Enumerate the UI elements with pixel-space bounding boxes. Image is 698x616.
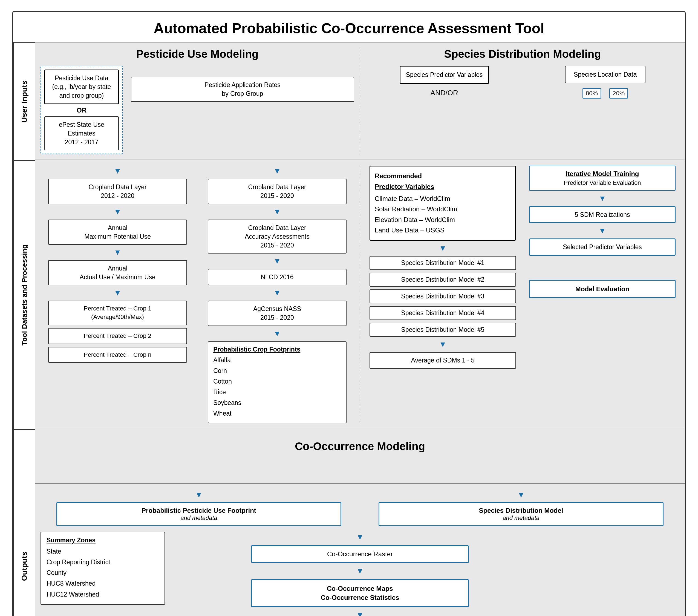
sdm-out-title: Species Distribution Model <box>384 507 658 515</box>
annual-actual-box: Annual Actual Use / Maximum Use <box>48 260 187 285</box>
cooc-side-empty <box>13 429 35 484</box>
pesticide-use-dashed: Pesticide Use Data (e.g., lb/year by sta… <box>41 66 123 154</box>
climate-data: Climate Data – WorldClim <box>375 194 511 204</box>
agcensus-box: AgCensus NASS 2015 - 2020 <box>208 300 347 326</box>
cooc-raster-box: Co-Occurrence Raster <box>251 545 469 563</box>
arrow-to-cooc-maps: ▼ <box>356 567 364 575</box>
pct-crop2-box: Percent Treated – Crop 2 <box>48 328 187 344</box>
pesticide-processing: ▼ Cropland Data Layer 2012 - 2020 ▼ Annu… <box>41 166 360 423</box>
pct-20-badge: 20% <box>609 88 628 99</box>
pct-80-badge: 80% <box>583 88 601 99</box>
species-inputs-row: Species Predictor Variables AND/OR Speci… <box>366 66 679 99</box>
solar-radiation: Solar Radiation – WorldClim <box>375 204 511 214</box>
annual-max-box: Annual Maximum Potential Use <box>48 220 187 245</box>
pesticide-inputs-row: Pesticide Use Data (e.g., lb/year by sta… <box>41 66 354 154</box>
arrow6: ▼ <box>274 289 281 297</box>
predictor-eval: Predictor Variable Evaluation <box>534 179 670 186</box>
cooc-header: Co-Occurrence Modeling <box>41 435 679 455</box>
model-evaluation-box: Model Evaluation <box>529 280 675 298</box>
outputs-label: Outputs <box>13 484 35 616</box>
cropland-2012-2020-box: Cropland Data Layer 2012 - 2020 <box>48 179 187 204</box>
rec-pred-title: Recommended Predictor Variables <box>375 171 511 192</box>
and-or-label: AND/OR <box>431 89 458 97</box>
pesticide-app-rates-box: Pesticide Application Rates by Crop Grou… <box>131 76 354 102</box>
tool-datasets-two-col: ▼ Cropland Data Layer 2012 - 2020 ▼ Annu… <box>41 166 679 423</box>
arrow-to-cooc-raster: ▼ <box>356 533 364 541</box>
summary-zones-title: Summary Zones <box>46 536 159 544</box>
elevation: Elevation Data – WorldClim <box>375 215 511 225</box>
average-sdms-box: Average of SDMs 1 - 5 <box>369 352 516 368</box>
pesticide-header: Pesticide Use Modeling <box>41 48 354 60</box>
arrow-top-right: ▼ <box>274 167 281 175</box>
tool-datasets-section: Tool Datasets and Processing ▼ Cropland … <box>13 160 685 429</box>
outputs-content: ▼ Probabilistic Pesticide Use Footprint … <box>35 484 685 616</box>
outputs-section: Outputs ▼ Probabilistic Pesticide Use Fo… <box>13 484 685 616</box>
species-location-box: Species Location Data <box>565 66 645 83</box>
ppuf-meta: and metadata <box>62 515 336 521</box>
cooc-section: Co-Occurrence Modeling <box>13 429 685 484</box>
sdm-out-meta: and metadata <box>384 515 658 521</box>
pct-crop1-box: Percent Treated – Crop 1 (Average/90th/M… <box>48 300 187 325</box>
species-processing: Recommended Predictor Variables Climate … <box>360 166 679 369</box>
tool-datasets-content: ▼ Cropland Data Layer 2012 - 2020 ▼ Annu… <box>35 160 685 429</box>
ppuf-title: Probabilistic Pesticide Use Footprint <box>62 507 336 515</box>
main-title: Automated Probabilistic Co-Occurrence As… <box>13 12 685 42</box>
selected-predictor-box: Selected Predictor Variables <box>529 238 675 255</box>
summary-zones-list: StateCrop Reporting DistrictCountyHUC8 W… <box>46 546 159 600</box>
pesticide-user-inputs: Pesticide Use Modeling Pesticide Use Dat… <box>41 48 360 154</box>
arrow-to-sdms: ▼ <box>439 244 447 252</box>
cropland-2015-2020-box: Cropland Data Layer 2015 - 2020 <box>208 179 347 204</box>
land-use: Land Use Data – USGS <box>375 225 511 236</box>
percent-treated-list: Percent Treated – Crop 1 (Average/90th/M… <box>48 300 187 363</box>
cooc-maps-box: Co-Occurrence Maps Co-Occurrence Statist… <box>251 579 469 607</box>
arrow-to-sdm-out: ▼ <box>517 491 525 499</box>
or-label: OR <box>44 107 119 114</box>
sdm-realizations-box: 5 SDM Realizations <box>529 206 675 223</box>
user-inputs-two-col: Pesticide Use Modeling Pesticide Use Dat… <box>41 48 679 154</box>
main-container: Automated Probabilistic Co-Occurrence As… <box>12 11 686 616</box>
species-header: Species Distribution Modeling <box>366 48 679 60</box>
arrow7: ▼ <box>274 330 281 338</box>
main-wrapper: Automated Probabilistic Co-Occurrence As… <box>11 11 687 616</box>
user-inputs-content: Pesticide Use Modeling Pesticide Use Dat… <box>35 42 685 160</box>
arrow-to-realizations: ▼ <box>599 195 606 202</box>
tool-datasets-label: Tool Datasets and Processing <box>13 160 35 429</box>
arrow5: ▼ <box>274 257 281 265</box>
recommended-predictor-box: Recommended Predictor Variables Climate … <box>369 166 516 241</box>
arrow-to-ppuf: ▼ <box>195 491 203 499</box>
arrow-to-cropland: ▼ <box>114 167 122 175</box>
arrow3: ▼ <box>114 289 122 297</box>
nlcd-box: NLCD 2016 <box>208 269 347 285</box>
arrow1: ▼ <box>114 208 122 216</box>
species-user-inputs: Species Distribution Modeling Species Pr… <box>360 48 679 154</box>
cooc-content: Co-Occurrence Modeling <box>35 429 685 484</box>
user-inputs-section: User Inputs Pesticide Use Modeling Pesti… <box>13 42 685 160</box>
pesticide-use-data-box: Pesticide Use Data (e.g., lb/year by sta… <box>44 70 119 104</box>
crop-list: AlfalfaCornCottonRiceSoybeansWheat <box>213 355 341 419</box>
sdm-models-list: Species Distribution Model #1Species Dis… <box>369 256 516 337</box>
species-predictor-box: Species Predictor Variables <box>400 66 489 84</box>
pct-cropn-box: Percent Treated – Crop n <box>48 347 187 363</box>
arrow-to-cooc-report: ▼ <box>356 611 364 616</box>
arrow-to-avg: ▼ <box>439 340 447 348</box>
epest-box: ePest State Use Estimates 2012 - 2017 <box>44 116 119 151</box>
prob-crop-footprints-title: Probabilistic Crop Footprints <box>213 346 341 353</box>
arrow4: ▼ <box>274 208 281 216</box>
arrow2: ▼ <box>114 249 122 256</box>
iterative-model-title: Iterative Model Training <box>534 170 670 178</box>
user-inputs-label: User Inputs <box>13 42 35 160</box>
cropland-accuracy-box: Cropland Data Layer Accuracy Assessments… <box>208 220 347 254</box>
arrow-to-selected: ▼ <box>599 227 606 235</box>
